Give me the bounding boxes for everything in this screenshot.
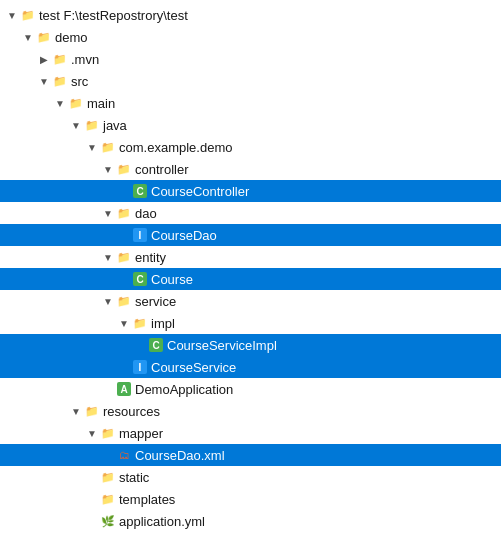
expand-arrow[interactable]: ▶	[36, 54, 52, 65]
expand-arrow[interactable]: ▼	[100, 252, 116, 263]
tree-item-main[interactable]: ▼📁main	[0, 92, 501, 114]
tree-item-application-yml[interactable]: 🌿application.yml	[0, 510, 501, 532]
folder-icon: 📁	[36, 29, 52, 45]
tree-item-test-root[interactable]: ▼📁test F:\testRepostrory\test	[0, 4, 501, 26]
xml-file-icon: 🗂	[116, 447, 132, 463]
tree-item-dao[interactable]: ▼📁dao	[0, 202, 501, 224]
folder-icon: 📁	[84, 403, 100, 419]
expand-arrow[interactable]: ▼	[84, 142, 100, 153]
tree-item-label: .mvn	[71, 52, 99, 67]
folder-icon: 📁	[84, 117, 100, 133]
expand-arrow[interactable]: ▼	[4, 10, 20, 21]
tree-item-label: java	[103, 118, 127, 133]
tree-item-label: dao	[135, 206, 157, 221]
tree-item-label: demo	[55, 30, 88, 45]
folder-icon: 📁	[52, 73, 68, 89]
tree-item-templates[interactable]: 📁templates	[0, 488, 501, 510]
tree-item-controller[interactable]: ▼📁controller	[0, 158, 501, 180]
folder-icon: 📁	[52, 51, 68, 67]
expand-arrow[interactable]: ▼	[36, 76, 52, 87]
class-i-icon: I	[132, 227, 148, 243]
expand-arrow[interactable]: ▼	[100, 208, 116, 219]
tree-item-mapper[interactable]: ▼📁mapper	[0, 422, 501, 444]
expand-arrow[interactable]: ▼	[116, 318, 132, 329]
folder-icon: 📁	[100, 425, 116, 441]
tree-item-label: templates	[119, 492, 175, 507]
folder-icon: 📁	[100, 469, 116, 485]
expand-arrow[interactable]: ▼	[68, 406, 84, 417]
expand-arrow[interactable]: ▼	[100, 164, 116, 175]
tree-item-label: mapper	[119, 426, 163, 441]
tree-item-label: test F:\testRepostrory\test	[39, 8, 188, 23]
class-c-icon: C	[132, 183, 148, 199]
tree-item-resources[interactable]: ▼📁resources	[0, 400, 501, 422]
tree-item-label: DemoApplication	[135, 382, 233, 397]
tree-item-src[interactable]: ▼📁src	[0, 70, 501, 92]
tree-item-java[interactable]: ▼📁java	[0, 114, 501, 136]
expand-arrow[interactable]: ▼	[68, 120, 84, 131]
tree-item-label: entity	[135, 250, 166, 265]
yaml-file-icon: 🌿	[100, 513, 116, 529]
tree-item-label: static	[119, 470, 149, 485]
folder-icon: 📁	[132, 315, 148, 331]
class-a-icon: A	[116, 381, 132, 397]
folder-icon: 📁	[116, 249, 132, 265]
folder-icon: 📁	[116, 161, 132, 177]
folder-icon: 📁	[100, 491, 116, 507]
tree-item-label: src	[71, 74, 88, 89]
folder-icon: 📁	[20, 7, 36, 23]
tree-item-label: CourseDao	[151, 228, 217, 243]
class-c-icon: C	[148, 337, 164, 353]
tree-item-label: Course	[151, 272, 193, 287]
tree-item-entity[interactable]: ▼📁entity	[0, 246, 501, 268]
tree-item-label: com.example.demo	[119, 140, 232, 155]
folder-icon: 📁	[68, 95, 84, 111]
class-c-icon: C	[132, 271, 148, 287]
tree-item-service[interactable]: ▼📁service	[0, 290, 501, 312]
tree-item-DemoApplication[interactable]: ADemoApplication	[0, 378, 501, 400]
tree-item-Course[interactable]: CCourse	[0, 268, 501, 290]
tree-item-demo[interactable]: ▼📁demo	[0, 26, 501, 48]
tree-item-label: CourseService	[151, 360, 236, 375]
tree-item-mvn[interactable]: ▶📁.mvn	[0, 48, 501, 70]
tree-item-label: service	[135, 294, 176, 309]
tree-item-CourseDao-xml[interactable]: 🗂CourseDao.xml	[0, 444, 501, 466]
tree-item-CourseService[interactable]: ICourseService	[0, 356, 501, 378]
tree-item-static[interactable]: 📁static	[0, 466, 501, 488]
tree-item-CourseController[interactable]: CCourseController	[0, 180, 501, 202]
tree-item-label: application.yml	[119, 514, 205, 529]
tree-item-label: impl	[151, 316, 175, 331]
folder-icon: 📁	[116, 205, 132, 221]
tree-item-label: CourseController	[151, 184, 249, 199]
tree-item-impl[interactable]: ▼📁impl	[0, 312, 501, 334]
tree-item-label: main	[87, 96, 115, 111]
expand-arrow[interactable]: ▼	[20, 32, 36, 43]
tree-item-label: CourseServiceImpl	[167, 338, 277, 353]
tree-item-CourseDao[interactable]: ICourseDao	[0, 224, 501, 246]
folder-icon: 📁	[100, 139, 116, 155]
expand-arrow[interactable]: ▼	[84, 428, 100, 439]
expand-arrow[interactable]: ▼	[52, 98, 68, 109]
class-i-icon: I	[132, 359, 148, 375]
tree-item-label: controller	[135, 162, 188, 177]
folder-icon: 📁	[116, 293, 132, 309]
tree-item-label: CourseDao.xml	[135, 448, 225, 463]
tree-item-com-example-demo[interactable]: ▼📁com.example.demo	[0, 136, 501, 158]
expand-arrow[interactable]: ▼	[100, 296, 116, 307]
tree-item-label: resources	[103, 404, 160, 419]
tree-item-CourseServiceImpl[interactable]: CCourseServiceImpl	[0, 334, 501, 356]
file-tree: ▼📁test F:\testRepostrory\test▼📁demo▶📁.mv…	[0, 0, 501, 535]
